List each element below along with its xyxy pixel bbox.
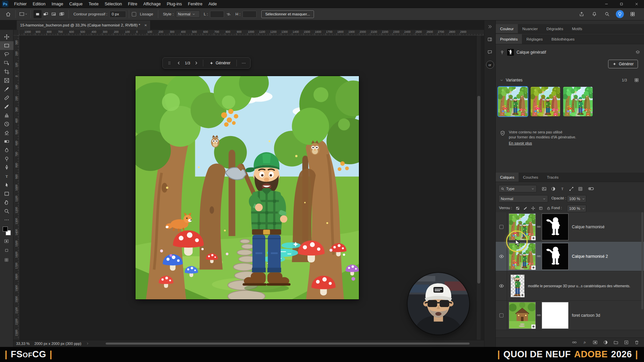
opacity-select[interactable]: 100 % — [567, 195, 586, 202]
hand-tool[interactable] — [0, 198, 13, 207]
menu-fichier[interactable]: Fichier — [11, 0, 30, 8]
comments-button[interactable] — [486, 48, 494, 56]
layers-tab[interactable]: Couches — [519, 173, 542, 182]
home-button[interactable] — [3, 9, 13, 19]
color-tab[interactable]: Dégradés — [542, 24, 568, 33]
layer-filter-select[interactable]: Type — [498, 185, 537, 192]
layer-effects-button[interactable]: fx — [582, 340, 588, 346]
menu-calque[interactable]: Calque — [66, 0, 86, 8]
horizontal-scrollbar[interactable] — [94, 342, 481, 345]
lock-transparency[interactable] — [515, 205, 521, 212]
lock-position[interactable] — [530, 205, 536, 212]
style-select[interactable]: Normal — [176, 10, 200, 18]
width-input[interactable] — [210, 11, 224, 18]
swap-dimensions-button[interactable] — [224, 9, 233, 19]
layers-scrollbar-thumb[interactable] — [641, 212, 643, 309]
adjustment-layer-button[interactable] — [602, 340, 608, 346]
layer-row-4[interactable]: foret cartoon 3d — [496, 301, 644, 330]
menu-texte[interactable]: Texte — [86, 0, 102, 8]
layer-mask-button[interactable] — [592, 340, 598, 346]
next-variation-button[interactable] — [192, 59, 200, 67]
smoothing-checkbox[interactable] — [132, 12, 136, 16]
layer-thumbnail[interactable] — [509, 302, 536, 329]
new-layer-button[interactable] — [623, 340, 629, 346]
screen-mode-button[interactable] — [0, 246, 13, 254]
foreground-color-swatch[interactable] — [3, 227, 8, 232]
layer-visibility-toggle[interactable] — [496, 301, 507, 330]
vertical-scrollbar-thumb[interactable] — [477, 96, 480, 284]
add-selection-mode[interactable] — [42, 10, 50, 18]
generate-button-properties[interactable]: Générer — [608, 60, 638, 68]
layers-tab[interactable]: Calques — [496, 173, 519, 182]
layer-row-1[interactable]: Calque harmonisé — [496, 212, 644, 242]
filter-type-layers[interactable]: T — [558, 185, 566, 192]
maximize-button[interactable] — [614, 0, 629, 8]
chevron-down-icon[interactable] — [500, 78, 503, 82]
search-button[interactable] — [603, 10, 611, 18]
filter-smart-objects[interactable] — [576, 185, 584, 192]
crop-tool[interactable] — [0, 67, 13, 76]
active-tool-preview[interactable] — [18, 9, 28, 19]
select-and-mask-button[interactable]: Sélectionner et masquer... — [261, 10, 314, 18]
blend-mode-select[interactable]: Normal — [498, 195, 548, 202]
filter-pixel-layers[interactable] — [540, 185, 548, 192]
layer-row-2[interactable]: Calque harmonisé 2 — [496, 242, 644, 271]
path-selection-tool[interactable] — [0, 181, 13, 189]
layer-mask-thumbnail[interactable] — [542, 243, 569, 270]
type-tool[interactable]: T — [0, 172, 13, 181]
new-selection-mode[interactable] — [34, 10, 42, 18]
healing-tool[interactable] — [0, 94, 13, 102]
lock-all[interactable] — [545, 205, 552, 212]
canvas-viewport[interactable]: 1/3 Générer — [19, 36, 476, 340]
subtract-selection-mode[interactable] — [50, 10, 58, 18]
link-layers-button[interactable] — [571, 340, 577, 346]
menu-fentre[interactable]: Fenêtre — [185, 0, 205, 8]
ruler-origin-corner[interactable] — [13, 30, 19, 36]
workspace-switcher-button[interactable] — [629, 10, 637, 18]
close-tab-icon[interactable]: ✕ — [144, 23, 147, 27]
layer-visibility-toggle[interactable] — [496, 271, 507, 300]
lock-artboard[interactable] — [538, 205, 544, 212]
color-swatches[interactable] — [2, 226, 11, 236]
properties-tab[interactable]: Propriétés — [496, 34, 522, 44]
filter-toggle-switch[interactable] — [588, 185, 594, 192]
toolbar-extra-button[interactable] — [0, 256, 13, 264]
more-options-button[interactable] — [239, 59, 248, 67]
properties-tab[interactable]: Bibliothèques — [547, 34, 579, 44]
intersect-selection-mode[interactable] — [58, 10, 66, 18]
eraser-tool[interactable] — [0, 128, 13, 137]
object-selection-tool[interactable] — [0, 59, 13, 67]
status-flyout-icon[interactable] — [86, 342, 89, 345]
filter-shape-layers[interactable] — [567, 185, 575, 192]
lock-paint[interactable] — [522, 205, 529, 212]
collapse-panels-button[interactable] — [486, 22, 494, 31]
menu-image[interactable]: Image — [49, 0, 66, 8]
brush-tool[interactable] — [0, 102, 13, 111]
blur-tool[interactable] — [0, 146, 13, 155]
layer-thumbnail[interactable] — [509, 214, 536, 240]
layer-properties-icon[interactable] — [635, 50, 640, 55]
layer-thumbnail[interactable] — [509, 243, 536, 270]
color-tab[interactable]: Couleur — [496, 24, 518, 33]
close-button[interactable] — [629, 0, 644, 8]
eyedropper-tool[interactable] — [0, 85, 13, 94]
layer-visibility-toggle[interactable] — [496, 212, 507, 241]
history-brush-tool[interactable] — [0, 120, 13, 128]
canvas-image[interactable] — [136, 76, 359, 299]
menu-edition[interactable]: Edition — [30, 0, 49, 8]
menu-affichage[interactable]: Affichage — [140, 0, 164, 8]
delete-layer-button[interactable] — [634, 340, 640, 346]
height-input[interactable] — [243, 11, 257, 18]
layers-tab[interactable]: Tracés — [543, 173, 563, 182]
move-tool[interactable] — [0, 33, 13, 41]
cr-badge[interactable]: cr — [486, 61, 494, 69]
variant-thumb-2[interactable] — [531, 87, 560, 116]
notifications-button[interactable] — [590, 10, 598, 18]
learn-more-link[interactable]: En savoir plus — [509, 141, 532, 145]
quick-mask-button[interactable] — [0, 237, 13, 245]
previous-variation-button[interactable] — [175, 59, 183, 67]
zoom-level[interactable]: 33,33 % — [16, 342, 30, 346]
generate-button[interactable]: Générer — [206, 59, 234, 67]
gradient-tool[interactable] — [0, 137, 13, 146]
properties-tab[interactable]: Réglages — [522, 34, 547, 44]
